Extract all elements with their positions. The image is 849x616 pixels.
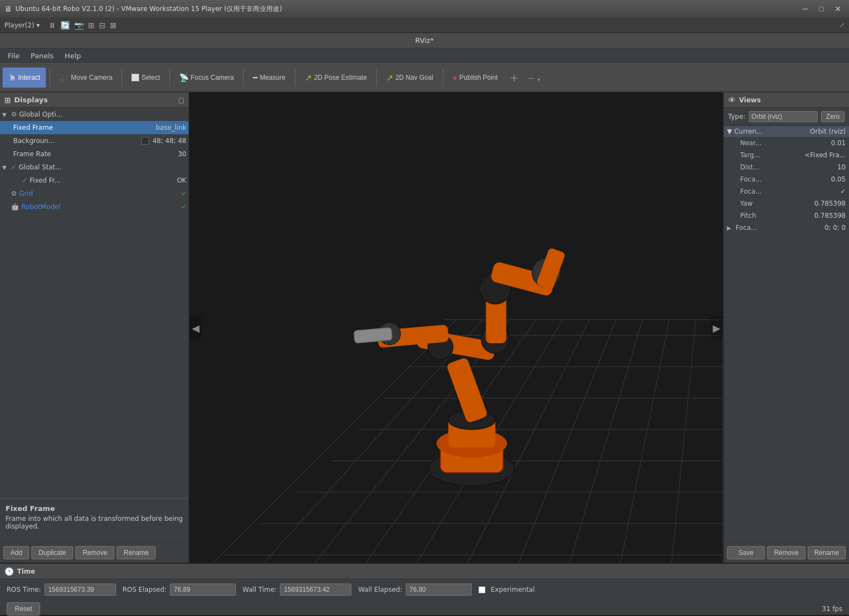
grid-label: Grid xyxy=(19,190,179,197)
measure-icon: ━ xyxy=(253,73,257,82)
player-label[interactable]: Player(2) ▾ xyxy=(4,21,40,29)
add-button[interactable]: Add xyxy=(3,546,29,559)
wall-time-input[interactable] xyxy=(280,584,351,596)
title-bar: 🖥 Ubuntu 64-bit Robo V2.1.0 (2) - VMware… xyxy=(0,0,849,18)
time-clock-icon: 🕐 xyxy=(4,567,14,576)
ros-time-input[interactable] xyxy=(45,584,116,596)
views-targ-label: Targ... xyxy=(738,151,804,159)
stretch-button1[interactable]: ⊞ xyxy=(88,21,95,30)
restore-button[interactable]: 🔄 xyxy=(60,21,70,30)
nav-goal-label: 2D Nav Goal xyxy=(395,74,433,81)
views-row-foca2[interactable]: Foca... ✓ xyxy=(724,185,849,197)
wall-elapsed-input[interactable] xyxy=(406,584,472,596)
stretch-button3[interactable]: ⊠ xyxy=(110,21,117,30)
experimental-row: Experimental xyxy=(478,586,535,593)
close-button[interactable]: ✕ xyxy=(831,3,845,14)
publish-point-label: Publish Point xyxy=(459,74,498,81)
views-targ-value: <Fixed Fra... xyxy=(804,151,846,159)
menu-file[interactable]: File xyxy=(2,50,25,62)
global-status-check-icon: ✓ xyxy=(11,163,16,171)
move-camera-button[interactable]: 🎥 Move Camera xyxy=(53,67,118,88)
toolbar-add-icon[interactable]: + xyxy=(505,71,523,84)
rename-button[interactable]: Rename xyxy=(117,546,156,559)
menu-bar: File Panels Help xyxy=(0,48,849,64)
tree-item-grid[interactable]: ⚙ Grid ✓ xyxy=(0,187,189,200)
fixed-frame-value: base_link xyxy=(156,124,186,131)
views-current-header[interactable]: ▼ Curren... Orbit (rviz) xyxy=(724,126,849,137)
views-row-foca3[interactable]: ▶ Foca... 0; 0; 0 xyxy=(724,222,849,234)
remove-button[interactable]: Remove xyxy=(75,546,114,559)
views-near-value: 0.01 xyxy=(831,139,846,147)
views-row-dist[interactable]: Dist... 10 xyxy=(724,161,849,173)
fixed-fr-value: OK xyxy=(177,177,186,184)
views-row-foca1[interactable]: Foca... 0.05 xyxy=(724,173,849,185)
focus-camera-button[interactable]: 📡 Focus Camera xyxy=(173,67,240,88)
views-save-button[interactable]: Save xyxy=(727,546,765,559)
move-camera-icon: 🎥 xyxy=(59,73,69,82)
pose-estimate-button[interactable]: ↗ 2D Pose Estimate xyxy=(299,67,373,88)
tree-item-frame-rate[interactable]: Frame Rate 30 xyxy=(0,147,189,161)
ros-elapsed-field: ROS Elapsed: xyxy=(123,584,236,596)
app-title-bar: RViz* xyxy=(0,33,849,48)
experimental-label: Experimental xyxy=(491,586,535,593)
select-button[interactable]: Select xyxy=(125,67,166,88)
screenshot-button[interactable]: 📷 xyxy=(74,21,84,30)
tree-item-fixed-fr[interactable]: ✓ Fixed Fr... OK xyxy=(0,174,189,187)
displays-title: ⊞ Displays xyxy=(4,96,48,105)
robot-model-icon: 🤖 xyxy=(11,203,19,211)
ros-elapsed-input[interactable] xyxy=(170,584,236,596)
views-row-targ[interactable]: Targ... <Fixed Fra... xyxy=(724,149,849,161)
main-content: ⊞ Displays □ ▼ ⚙ Global Opti... Fixed Fr… xyxy=(0,92,849,563)
app-title: RViz* xyxy=(415,36,434,45)
views-foca1-label: Foca... xyxy=(738,175,831,183)
views-row-near[interactable]: Near... 0.01 xyxy=(724,137,849,149)
tree-item-fixed-frame[interactable]: Fixed Frame base_link xyxy=(0,121,189,134)
3d-viewport[interactable]: ◀ ▶ xyxy=(190,92,723,563)
minimize-button[interactable]: ─ xyxy=(800,3,812,14)
views-row-pitch[interactable]: Pitch 0.785398 xyxy=(724,210,849,222)
displays-collapse-icon[interactable]: □ xyxy=(178,96,184,104)
toolbar-separator-6 xyxy=(376,69,377,86)
menu-panels[interactable]: Panels xyxy=(25,50,59,62)
nav-goal-button[interactable]: ↗ 2D Nav Goal xyxy=(380,67,439,88)
time-title: Time xyxy=(17,568,35,575)
time-header: 🕐 Time xyxy=(0,564,849,579)
move-camera-label: Move Camera xyxy=(71,74,112,81)
wall-time-label: Wall Time: xyxy=(242,586,277,593)
viewport-arrow-left[interactable]: ◀ xyxy=(190,316,202,339)
background-value: 48; 48; 48 xyxy=(152,137,186,145)
measure-button[interactable]: ━ Measure xyxy=(247,67,291,88)
toolbar-remove-icon[interactable]: ─ ▾ xyxy=(524,71,544,84)
publish-point-button[interactable]: ● Publish Point xyxy=(446,67,504,88)
pause-button[interactable]: ⏸ xyxy=(48,21,56,30)
views-row-yaw[interactable]: Yaw 0.785398 xyxy=(724,197,849,210)
views-zero-button[interactable]: Zero xyxy=(821,111,845,122)
tree-item-global-options[interactable]: ▼ ⚙ Global Opti... xyxy=(0,108,189,121)
select-label: Select xyxy=(141,74,159,81)
nav-goal-icon: ↗ xyxy=(386,73,393,83)
views-type-dropdown[interactable]: Orbit (rviz) xyxy=(749,111,818,122)
stretch-button2[interactable]: ⊟ xyxy=(99,21,106,30)
global-options-label: Global Opti... xyxy=(19,111,186,118)
wall-elapsed-field: Wall Elapsed: xyxy=(358,584,471,596)
reset-button[interactable]: Reset xyxy=(7,602,40,615)
tree-item-global-status[interactable]: ▼ ✓ Global Stat... xyxy=(0,161,189,174)
grid-gear-icon: ⚙ xyxy=(11,190,17,197)
views-near-label: Near... xyxy=(738,139,831,147)
views-rename-button[interactable]: Rename xyxy=(808,546,846,559)
views-pitch-label: Pitch xyxy=(738,212,814,219)
tree-item-robot-model[interactable]: 🤖 RobotModel ✓ xyxy=(0,200,189,213)
interact-button[interactable]: 🖱 Interact xyxy=(2,67,46,88)
tree-item-background[interactable]: Backgroun... 48; 48; 48 xyxy=(0,134,189,147)
maximize-button[interactable]: □ xyxy=(816,3,827,14)
views-remove-button[interactable]: Remove xyxy=(767,546,805,559)
title-bar-controls[interactable]: ─ □ ✕ xyxy=(800,3,845,14)
views-dist-label: Dist... xyxy=(738,163,837,171)
menu-help[interactable]: Help xyxy=(59,50,87,62)
experimental-checkbox[interactable] xyxy=(478,586,486,593)
stretch-icon: ⤢ xyxy=(840,21,845,29)
background-color-swatch xyxy=(141,137,149,145)
duplicate-button[interactable]: Duplicate xyxy=(31,546,73,559)
viewport-arrow-right[interactable]: ▶ xyxy=(710,316,723,339)
views-current-expand-icon: ▼ xyxy=(727,128,732,135)
